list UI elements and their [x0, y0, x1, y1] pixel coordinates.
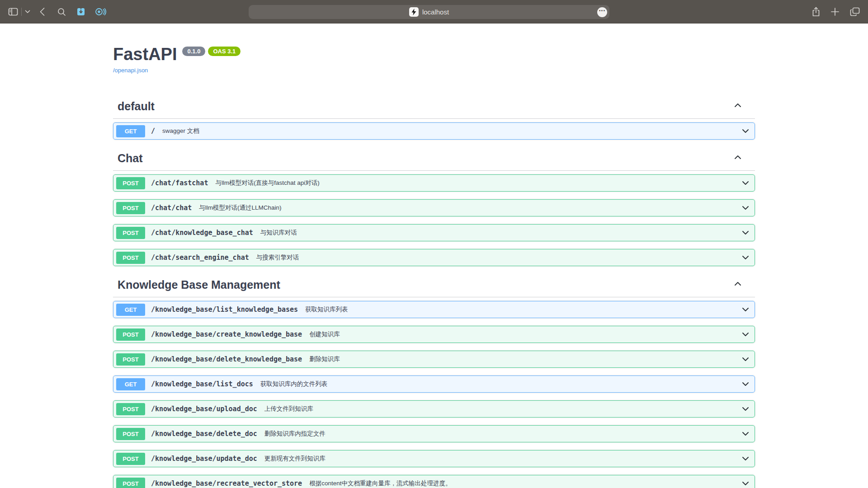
section-title: Knowledge Base Management [118, 278, 280, 291]
endpoint-row-knowledge_base-upload_doc[interactable]: POST/knowledge_base/upload_doc上传文件到知识库 [113, 400, 755, 418]
share-icon[interactable] [812, 7, 820, 17]
http-method-badge: POST [116, 428, 145, 440]
endpoint-path: /knowledge_base/delete_doc [151, 430, 257, 438]
endpoint-path: /knowledge_base/recreate_vector_store [151, 479, 302, 488]
sidebar-toggle-icon[interactable] [8, 8, 18, 16]
expand-endpoint-icon[interactable] [741, 355, 750, 364]
new-tab-icon[interactable] [831, 8, 839, 16]
http-method-badge: POST [116, 177, 145, 189]
endpoint-row-chat-chat[interactable]: POST/chat/chat与llm模型对话(通过LLMChain) [113, 199, 755, 216]
http-method-badge: POST [116, 478, 145, 488]
endpoint-row-knowledge_base-update_doc[interactable]: POST/knowledge_base/update_doc更新现有文件到知识库 [113, 450, 755, 467]
endpoint-row-knowledge_base-delete_knowledge_base[interactable]: POST/knowledge_base/delete_knowledge_bas… [113, 351, 755, 368]
expand-endpoint-icon[interactable] [741, 454, 750, 463]
endpoint-description: 根据content中文档重建向量库，流式输出处理进度。 [309, 479, 451, 488]
http-method-badge: POST [116, 202, 145, 214]
endpoint-description: 获取知识库内的文件列表 [260, 380, 328, 388]
version-badge: 0.1.0 [182, 47, 205, 56]
endpoint-description: 与知识库对话 [260, 229, 297, 237]
endpoint-path: /chat/knowledge_base_chat [151, 229, 253, 237]
extension-bookmark-icon[interactable] [76, 7, 86, 17]
toolbar-divider [21, 8, 22, 16]
page-title: FastAPI [113, 44, 177, 64]
section-title: Chat [118, 151, 143, 165]
expand-endpoint-icon[interactable] [741, 203, 750, 212]
endpoint-description: swagger 文档 [162, 127, 199, 135]
endpoint-row-knowledge_base-list_docs[interactable]: GET/knowledge_base/list_docs获取知识库内的文件列表 [113, 375, 755, 393]
endpoint-description: 创建知识库 [309, 330, 340, 338]
endpoint-description: 上传文件到知识库 [264, 405, 313, 413]
endpoint-description: 删除知识库内指定文件 [264, 430, 326, 438]
http-method-badge: POST [116, 252, 145, 264]
lightning-bolt-icon [409, 7, 419, 17]
endpoint-path: /knowledge_base/update_doc [151, 455, 257, 463]
section-title: default [118, 99, 155, 113]
http-method-badge: POST [116, 227, 145, 239]
expand-endpoint-icon[interactable] [741, 253, 750, 262]
http-method-badge: POST [116, 403, 145, 415]
page-settings-icon[interactable]: ••• [597, 7, 607, 17]
collapse-section-icon[interactable] [733, 153, 742, 164]
endpoint-row-chat-search_engine_chat[interactable]: POST/chat/search_engine_chat与搜索引擎对话 [113, 249, 755, 266]
endpoint-path: /knowledge_base/list_knowledge_bases [151, 305, 298, 314]
oas-badge: OAS 3.1 [208, 47, 241, 56]
expand-endpoint-icon[interactable] [741, 228, 750, 237]
section-header-default[interactable]: default [113, 99, 755, 119]
api-sections: default GET/swagger 文档 Chat POST/chat/fa… [113, 99, 755, 488]
endpoint-path: /knowledge_base/list_docs [151, 380, 253, 388]
api-section: Chat POST/chat/fastchat与llm模型对话(直接与fastc… [113, 151, 755, 266]
endpoint-description: 与llm模型对话(通过LLMChain) [199, 204, 281, 212]
endpoint-row-knowledge_base-create_knowledge_base[interactable]: POST/knowledge_base/create_knowledge_bas… [113, 326, 755, 343]
http-method-badge: GET [116, 304, 145, 316]
http-method-badge: GET [116, 125, 145, 137]
endpoint-path: / [151, 127, 155, 135]
expand-endpoint-icon[interactable] [741, 404, 750, 413]
address-bar[interactable]: localhost ••• [249, 5, 609, 19]
api-section: default GET/swagger 文档 [113, 99, 755, 140]
endpoint-path: /chat/chat [151, 204, 192, 212]
expand-endpoint-icon[interactable] [741, 330, 750, 339]
endpoint-row-knowledge_base-delete_doc[interactable]: POST/knowledge_base/delete_doc删除知识库内指定文件 [113, 425, 755, 442]
api-section: Knowledge Base Management GET/knowledge_… [113, 278, 755, 488]
browser-toolbar: localhost ••• [0, 0, 868, 23]
section-header-knowledge-base-management[interactable]: Knowledge Base Management [113, 278, 755, 297]
api-info: FastAPI 0.1.0 OAS 3.1 /openapi.json [113, 44, 755, 74]
endpoint-description: 更新现有文件到知识库 [264, 455, 326, 463]
openapi-spec-link[interactable]: /openapi.json [113, 67, 148, 74]
endpoint-row-[interactable]: GET/swagger 文档 [113, 122, 755, 140]
endpoint-row-chat-knowledge_base_chat[interactable]: POST/chat/knowledge_base_chat与知识库对话 [113, 224, 755, 241]
collapse-section-icon[interactable] [733, 101, 742, 112]
endpoint-row-knowledge_base-recreate_vector_store[interactable]: POST/knowledge_base/recreate_vector_stor… [113, 475, 755, 488]
section-header-chat[interactable]: Chat [113, 151, 755, 171]
http-method-badge: POST [116, 328, 145, 341]
collapse-section-icon[interactable] [733, 279, 742, 290]
endpoint-description: 获取知识库列表 [305, 305, 348, 314]
endpoint-description: 与搜索引擎对话 [256, 253, 299, 262]
toolbar-left-group [8, 0, 107, 23]
back-icon[interactable] [39, 7, 45, 16]
expand-endpoint-icon[interactable] [741, 479, 750, 488]
endpoint-path: /knowledge_base/upload_doc [151, 405, 257, 413]
endpoint-path: /knowledge_base/delete_knowledge_base [151, 355, 302, 363]
extension-badge-icon[interactable] [95, 7, 107, 17]
endpoint-description: 删除知识库 [309, 355, 340, 363]
tab-overview-icon[interactable] [850, 7, 860, 16]
toolbar-right-group [812, 0, 860, 23]
http-method-badge: POST [116, 353, 145, 366]
expand-endpoint-icon[interactable] [741, 178, 750, 188]
expand-endpoint-icon[interactable] [741, 429, 750, 438]
endpoint-row-chat-fastchat[interactable]: POST/chat/fastchat与llm模型对话(直接与fastchat a… [113, 174, 755, 192]
expand-endpoint-icon[interactable] [741, 305, 750, 314]
endpoint-row-knowledge_base-list_knowledge_bases[interactable]: GET/knowledge_base/list_knowledge_bases获… [113, 301, 755, 318]
endpoint-path: /chat/search_engine_chat [151, 253, 249, 262]
http-method-badge: POST [116, 453, 145, 465]
expand-endpoint-icon[interactable] [741, 380, 750, 389]
page-content: FastAPI 0.1.0 OAS 3.1 /openapi.json defa… [0, 23, 868, 488]
expand-endpoint-icon[interactable] [741, 127, 750, 136]
endpoint-path: /chat/fastchat [151, 179, 208, 187]
sidebar-chevron-down-icon[interactable] [25, 10, 30, 14]
endpoint-description: 与llm模型对话(直接与fastchat api对话) [215, 179, 319, 187]
url-host-text: localhost [422, 8, 449, 16]
search-icon[interactable] [57, 8, 66, 16]
http-method-badge: GET [116, 378, 145, 390]
